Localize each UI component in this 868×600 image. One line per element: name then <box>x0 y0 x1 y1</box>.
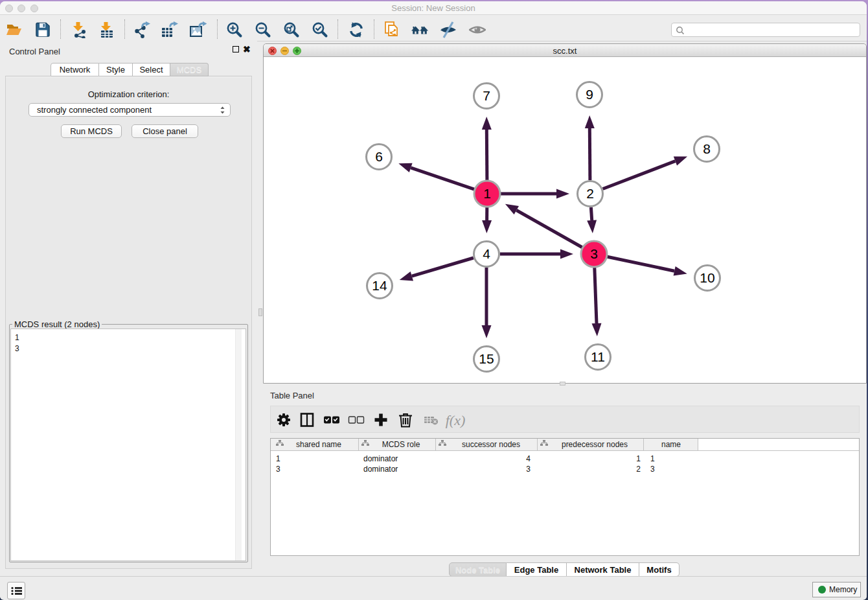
svg-text:4: 4 <box>483 246 490 261</box>
svg-text:11: 11 <box>591 349 605 364</box>
svg-text:7: 7 <box>483 88 490 103</box>
svg-text:name: name <box>661 440 681 449</box>
svg-text:f(x): f(x) <box>446 412 466 428</box>
svg-text:predecessor nodes: predecessor nodes <box>562 440 628 449</box>
svg-text:10: 10 <box>700 270 714 285</box>
svg-text:successor nodes: successor nodes <box>462 440 520 449</box>
svg-text:6: 6 <box>375 149 383 164</box>
svg-text:shared name: shared name <box>296 440 341 449</box>
svg-text:9: 9 <box>586 87 593 102</box>
svg-text:1: 1 <box>483 186 491 201</box>
svg-text:14: 14 <box>372 278 387 293</box>
svg-text:8: 8 <box>703 141 711 156</box>
svg-text:3: 3 <box>590 246 598 261</box>
svg-text:MCDS role: MCDS role <box>382 440 420 449</box>
svg-text:2: 2 <box>586 186 594 201</box>
svg-text:15: 15 <box>479 351 494 366</box>
